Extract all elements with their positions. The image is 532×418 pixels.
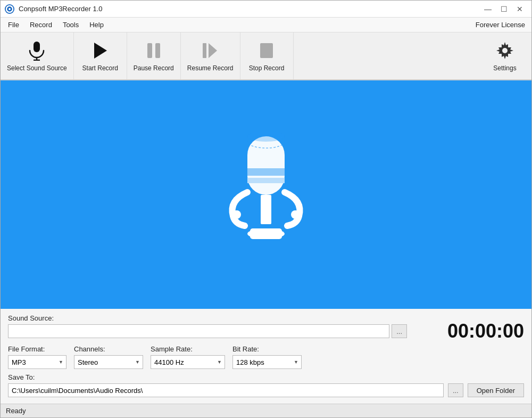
license-label: Forever License — [476, 21, 529, 29]
window-title: Conpsoft MP3Recorder 1.0 — [19, 5, 480, 13]
stop-icon — [256, 40, 277, 61]
svg-point-19 — [232, 210, 241, 219]
format-row: File Format: MP3 WAV OGG WMA Channels: S… — [8, 345, 524, 369]
svg-point-20 — [291, 210, 300, 219]
gear-icon — [494, 40, 516, 61]
sound-source-left: Sound Source: ... — [8, 314, 407, 338]
start-record-button[interactable]: Start Record — [74, 32, 127, 79]
save-path-input[interactable] — [8, 383, 444, 397]
bit-rate-select[interactable]: 128 kbps 64 kbps 192 kbps 256 kbps 320 k… — [232, 355, 302, 369]
svg-marker-6 — [94, 43, 107, 59]
sample-rate-select[interactable]: 44100 Hz 22050 Hz 11025 Hz 8000 Hz — [151, 355, 225, 369]
svg-rect-11 — [260, 43, 273, 58]
resume-record-button[interactable]: Resume Record — [181, 32, 240, 79]
resume-icon — [200, 40, 221, 61]
mic-icon — [26, 40, 47, 61]
menu-tools[interactable]: Tools — [57, 19, 84, 31]
bit-rate-select-wrap: 128 kbps 64 kbps 192 kbps 256 kbps 320 k… — [232, 355, 302, 369]
sample-rate-select-wrap: 44100 Hz 22050 Hz 11025 Hz 8000 Hz — [151, 355, 225, 369]
status-bar: Ready — [1, 404, 531, 417]
channels-group: Channels: Stereo Mono — [74, 345, 143, 369]
close-button[interactable]: ✕ — [512, 3, 527, 15]
app-window: Conpsoft MP3Recorder 1.0 — ☐ ✕ File Reco… — [0, 0, 532, 418]
pause-record-label: Pause Record — [134, 64, 174, 72]
svg-rect-9 — [203, 43, 206, 58]
minimize-button[interactable]: — — [480, 3, 495, 15]
toolbar: Select Sound Source Start Record Pause R… — [1, 32, 531, 80]
sample-rate-label: Sample Rate: — [151, 345, 225, 353]
bit-rate-label: Bit Rate: — [232, 345, 302, 353]
select-sound-source-button[interactable]: Select Sound Source — [1, 32, 74, 79]
main-display-area — [1, 80, 531, 309]
sound-source-section: Sound Source: ... 00:00:00 — [8, 314, 524, 341]
menu-file[interactable]: File — [3, 19, 24, 31]
bit-rate-group: Bit Rate: 128 kbps 64 kbps 192 kbps 256 … — [232, 345, 302, 369]
pause-record-button[interactable]: Pause Record — [127, 32, 181, 79]
file-format-label: File Format: — [8, 345, 66, 353]
svg-rect-18 — [247, 178, 285, 183]
timer-display: 00:00:00 — [418, 314, 524, 341]
channels-select[interactable]: Stereo Mono — [74, 355, 143, 369]
select-sound-label: Select Sound Source — [7, 64, 67, 72]
svg-rect-3 — [34, 42, 40, 52]
play-icon — [89, 40, 111, 61]
resume-record-label: Resume Record — [187, 64, 234, 72]
svg-rect-8 — [155, 43, 160, 58]
svg-point-2 — [9, 8, 11, 10]
channels-select-wrap: Stereo Mono — [74, 355, 143, 369]
title-bar: Conpsoft MP3Recorder 1.0 — ☐ ✕ — [1, 1, 531, 18]
svg-rect-7 — [147, 43, 152, 58]
stop-record-button[interactable]: Stop Record — [240, 32, 294, 79]
channels-label: Channels: — [74, 345, 143, 353]
file-format-select-wrap: MP3 WAV OGG WMA — [8, 355, 66, 369]
save-to-label: Save To: — [8, 373, 524, 381]
sound-source-label: Sound Source: — [8, 314, 407, 322]
svg-rect-14 — [247, 136, 285, 195]
save-to-section: Save To: ... Open Folder — [8, 373, 524, 397]
svg-point-13 — [502, 48, 508, 53]
pause-icon — [143, 40, 164, 61]
sound-source-input-row: ... — [8, 324, 407, 338]
menu-help[interactable]: Help — [84, 19, 109, 31]
app-logo-icon — [5, 4, 14, 14]
svg-rect-17 — [247, 168, 285, 176]
svg-rect-23 — [250, 228, 282, 239]
svg-point-16 — [247, 131, 285, 142]
menu-record[interactable]: Record — [24, 19, 57, 31]
file-format-select[interactable]: MP3 WAV OGG WMA — [8, 355, 66, 369]
start-record-label: Start Record — [82, 64, 118, 72]
sound-source-browse-button[interactable]: ... — [392, 324, 407, 338]
status-text: Ready — [6, 407, 26, 415]
file-format-group: File Format: MP3 WAV OGG WMA — [8, 345, 66, 369]
bottom-panel: Sound Source: ... 00:00:00 File Format: … — [1, 309, 531, 404]
maximize-button[interactable]: ☐ — [496, 3, 511, 15]
window-controls: — ☐ ✕ — [480, 3, 527, 15]
sample-rate-group: Sample Rate: 44100 Hz 22050 Hz 11025 Hz … — [151, 345, 225, 369]
menu-bar: File Record Tools Help Forever License — [1, 18, 531, 32]
mic-illustration — [213, 131, 319, 259]
svg-rect-21 — [261, 195, 271, 224]
svg-marker-10 — [209, 43, 217, 58]
sound-source-input[interactable] — [8, 324, 389, 338]
save-path-browse-button[interactable]: ... — [448, 383, 463, 397]
open-folder-button[interactable]: Open Folder — [468, 383, 524, 397]
save-input-row: ... Open Folder — [8, 383, 524, 397]
settings-button[interactable]: Settings — [478, 32, 531, 79]
stop-record-label: Stop Record — [249, 64, 285, 72]
settings-label: Settings — [493, 64, 516, 72]
